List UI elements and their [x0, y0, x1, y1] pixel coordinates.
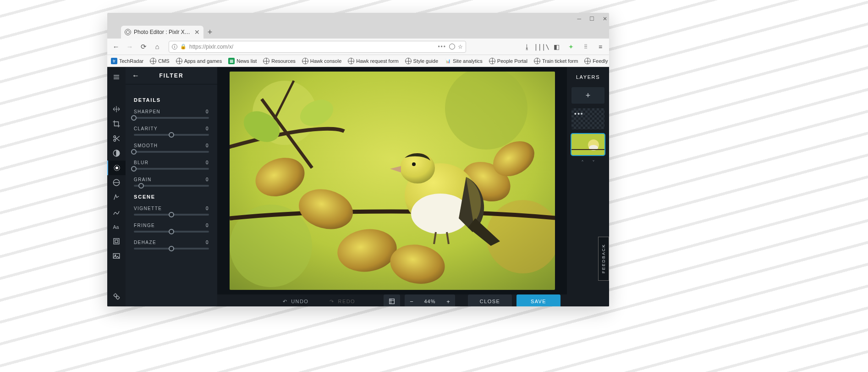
forward-button[interactable]: →: [124, 41, 136, 53]
save-button[interactable]: SAVE: [516, 294, 560, 306]
bookmark-item[interactable]: Hawk console: [302, 58, 341, 64]
feedback-label: FEEDBACK: [601, 244, 606, 274]
redo-label: REDO: [338, 299, 355, 304]
bookmark-item[interactable]: 📊Site analytics: [445, 58, 483, 64]
photo-canvas[interactable]: [230, 72, 555, 290]
slider-track[interactable]: [134, 231, 209, 233]
add-layer-button[interactable]: +: [571, 87, 604, 104]
sidebar-icon[interactable]: ◧: [552, 43, 560, 51]
bookmarks-bar: trTechRadarCMSApps and games▦News listRe…: [107, 55, 609, 67]
slider-track[interactable]: [134, 117, 209, 119]
slider-track[interactable]: [134, 185, 209, 187]
slider-thumb[interactable]: [131, 149, 137, 155]
bookmark-item[interactable]: People Portal: [489, 58, 527, 64]
tab-close-icon[interactable]: ✕: [194, 28, 200, 36]
bookmark-favicon: [150, 58, 156, 64]
page-actions-icon[interactable]: •••: [438, 44, 446, 50]
filter-icon[interactable]: [107, 161, 126, 175]
bookmark-item[interactable]: Resources: [263, 58, 296, 64]
zoom-in-button[interactable]: +: [441, 298, 455, 305]
svg-rect-10: [114, 239, 119, 244]
slider-track[interactable]: [134, 168, 209, 170]
bookmark-label: Style guide: [413, 58, 438, 64]
close-window-button[interactable]: ✕: [603, 16, 607, 22]
liquify-icon[interactable]: [107, 190, 126, 205]
layer-thumb-image[interactable]: [571, 134, 604, 155]
layer-thumb-empty[interactable]: •••: [571, 108, 604, 129]
svg-rect-11: [115, 240, 118, 243]
arrange-icon[interactable]: [107, 102, 126, 117]
bookmark-item[interactable]: trTechRadar: [111, 58, 143, 64]
image-icon[interactable]: [107, 249, 126, 263]
feedback-tab[interactable]: FEEDBACK: [598, 237, 609, 281]
home-button[interactable]: ⌂: [151, 41, 163, 53]
downloads-icon[interactable]: ⭳: [523, 43, 531, 51]
effect-icon[interactable]: [107, 175, 126, 190]
bookmark-favicon: [348, 58, 354, 64]
layer-up-icon[interactable]: ˄: [581, 160, 584, 166]
bookmark-item[interactable]: Feedly: [584, 58, 608, 64]
reader-icon[interactable]: [449, 44, 455, 50]
url-bar[interactable]: i 🔒 https://pixlr.com/x/ ••• ☆: [169, 41, 466, 53]
bookmark-item[interactable]: Style guide: [405, 58, 438, 64]
bookmark-item[interactable]: CMS: [150, 58, 169, 64]
panel-back-icon[interactable]: ←: [132, 72, 139, 80]
svg-point-15: [116, 296, 119, 299]
slider-thumb[interactable]: [169, 229, 174, 234]
back-button[interactable]: ←: [110, 41, 122, 53]
slider-label: CLARITY: [134, 126, 158, 131]
slider-thumb[interactable]: [169, 212, 174, 217]
slider-value: 0: [206, 126, 209, 131]
close-button[interactable]: CLOSE: [468, 294, 512, 306]
element-icon[interactable]: [107, 234, 126, 249]
canvas-viewport[interactable]: [217, 67, 567, 294]
maximize-button[interactable]: ☐: [589, 16, 594, 22]
extension2-icon[interactable]: ⦙⦙⦙: [582, 43, 590, 51]
undo-button[interactable]: ↶ UNDO: [275, 294, 317, 306]
slider-thumb[interactable]: [169, 132, 174, 138]
bookmark-item[interactable]: Apps and games: [176, 58, 222, 64]
layer-nav: ˄ ˅: [581, 160, 595, 166]
browser-tab[interactable]: Photo Editor : Pixlr X - free im… ✕: [121, 26, 203, 39]
bookmark-label: CMS: [158, 58, 169, 64]
slider-track[interactable]: [134, 214, 209, 216]
draw-icon[interactable]: [107, 205, 126, 219]
fit-screen-button[interactable]: [384, 294, 400, 306]
slider-label: BLUR: [134, 160, 148, 165]
cutout-icon[interactable]: [107, 131, 126, 146]
bookmark-star-icon[interactable]: ☆: [458, 44, 463, 50]
adjust-icon[interactable]: [107, 146, 126, 161]
slider-track[interactable]: [134, 151, 209, 153]
menu-hamburger-icon[interactable]: ≡: [596, 43, 604, 51]
text-icon[interactable]: Aa: [107, 219, 126, 234]
reload-button[interactable]: ⟳: [137, 41, 149, 53]
layer-down-icon[interactable]: ˅: [592, 160, 595, 166]
bookmark-item[interactable]: ▦News list: [228, 58, 257, 64]
bookmark-favicon: ▦: [228, 58, 235, 64]
slider-track[interactable]: [134, 134, 209, 136]
undo-label: UNDO: [291, 299, 308, 304]
menu-icon[interactable]: [107, 70, 126, 84]
layer-menu-icon[interactable]: •••: [574, 110, 584, 117]
bookmark-item[interactable]: Hawk request form: [348, 58, 398, 64]
redo-button[interactable]: ↷ REDO: [321, 294, 363, 306]
settings-icon[interactable]: [107, 289, 126, 304]
svg-rect-33: [390, 299, 395, 304]
slider-thumb[interactable]: [138, 183, 144, 189]
crop-icon[interactable]: [107, 117, 126, 131]
new-tab-button[interactable]: +: [203, 26, 216, 39]
minimize-button[interactable]: ─: [577, 16, 581, 22]
slider-thumb[interactable]: [131, 115, 137, 121]
bookmark-item[interactable]: Train ticket form: [534, 58, 578, 64]
slider-value: 0: [206, 206, 209, 211]
zoom-out-button[interactable]: −: [405, 298, 418, 305]
lock-icon: 🔒: [180, 44, 187, 50]
extension-icon[interactable]: ✦: [567, 43, 575, 51]
slider-thumb[interactable]: [131, 166, 137, 172]
panel-body[interactable]: DETAILSSHARPEN0CLARITY0SMOOTH0BLUR0GRAIN…: [126, 84, 217, 306]
slider-thumb[interactable]: [169, 246, 174, 251]
library-icon[interactable]: |||\: [538, 43, 546, 51]
slider-track[interactable]: [134, 248, 209, 250]
zoom-control: − 44% +: [405, 294, 455, 306]
slider-value: 0: [206, 177, 209, 182]
